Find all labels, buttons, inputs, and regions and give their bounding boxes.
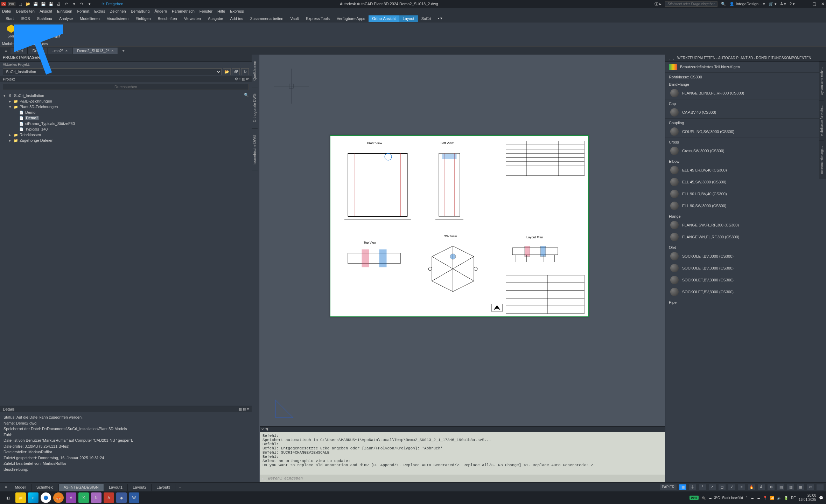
clock-time[interactable]: 20:08 xyxy=(799,493,816,498)
ribbon-tab[interactable]: Ausgabe xyxy=(204,15,226,22)
command-log[interactable]: Befehl: Speichert automatisch in C:\User… xyxy=(260,432,665,475)
project-search-input[interactable] xyxy=(3,84,249,90)
add-tab-icon[interactable]: ＋ xyxy=(119,47,128,54)
menu-item[interactable]: Zeichnen xyxy=(110,9,126,13)
app-icon[interactable]: ◆ xyxy=(116,492,127,503)
ribbon-tab[interactable]: Modellieren xyxy=(76,15,103,22)
cart-icon[interactable]: 🛒 ▾ xyxy=(769,2,777,6)
drawing-canvas[interactable]: Quelldateien Orthogonale DWG Isometrisch… xyxy=(252,55,665,482)
task-view-icon[interactable]: ◧ xyxy=(3,492,13,503)
battery-badge[interactable]: 93% xyxy=(690,496,699,500)
explorer-icon[interactable]: 📁 xyxy=(15,492,26,503)
isolate-icon[interactable]: ▤ xyxy=(777,484,785,490)
word-icon[interactable]: W xyxy=(129,492,139,503)
dropdown-icon[interactable]: ▾ xyxy=(71,1,77,7)
refresh-icon[interactable]: ↻ xyxy=(241,68,249,75)
filter-icon[interactable]: ⚙ xyxy=(235,77,238,81)
module-label[interactable]: ...ces xyxy=(39,42,48,46)
menu-item[interactable]: Parametrisch xyxy=(172,9,195,13)
menu-icon[interactable]: ≡ xyxy=(2,48,10,54)
ribbon-tab[interactable]: Analyse xyxy=(56,15,76,22)
help-icon[interactable]: ? ▾ xyxy=(790,2,795,6)
layout-tab[interactable]: Layout3 xyxy=(152,484,175,491)
file-tab[interactable]: Demo xyxy=(28,48,47,54)
menu-item[interactable]: Hilfe xyxy=(217,9,225,13)
ribbon-tab[interactable]: Beschriften xyxy=(154,15,181,22)
lineweight-icon[interactable]: ≡ xyxy=(738,484,746,490)
palette-item[interactable]: FLANGE SW,FL,RF,300 (CS300) xyxy=(665,219,819,231)
layout-tab[interactable]: Layout2 xyxy=(128,484,152,491)
palette-item[interactable]: ELL 45,SW,3000 (CS300) xyxy=(665,176,819,188)
close-icon[interactable]: ✕ xyxy=(261,427,264,431)
module-label[interactable]: Module 2 xyxy=(2,42,16,46)
saveas-icon[interactable]: 💾 xyxy=(41,1,46,7)
expand-icon[interactable]: ◥ xyxy=(265,427,268,431)
menu-item[interactable]: Format xyxy=(77,9,89,13)
app-icon[interactable]: A xyxy=(66,492,76,503)
autocad-icon[interactable]: A xyxy=(104,492,114,503)
otrack-icon[interactable]: ∠ xyxy=(728,484,736,490)
palette-item[interactable]: FLANGE WN,FL,RF,300 (CS300) xyxy=(665,231,819,243)
vtab-quelldateien[interactable]: Quelldateien xyxy=(252,55,258,87)
saveall-icon[interactable]: 💾 xyxy=(48,1,54,7)
cloud-icon[interactable]: ☁ xyxy=(750,496,754,500)
sync-icon[interactable]: ⟳ xyxy=(246,77,249,81)
ribbon-tab[interactable]: Start xyxy=(2,15,17,22)
annotation-icon[interactable]: A xyxy=(757,484,765,490)
ribbon-tab[interactable]: Vault xyxy=(287,15,302,22)
add-layout-icon[interactable]: ＋ xyxy=(175,483,185,491)
dropdown-icon[interactable]: ▾ xyxy=(87,1,92,7)
ribbon-tab[interactable]: Stahlbau xyxy=(34,15,56,22)
ribbon-tab[interactable]: Visualisieren xyxy=(103,15,132,22)
module-label[interactable]: Module 4 xyxy=(21,42,35,46)
file-tab-active[interactable]: Demo2_SU013_2*× xyxy=(73,48,118,54)
save-icon[interactable]: 💾 xyxy=(33,1,38,7)
view-icon[interactable]: ▦ xyxy=(797,484,804,490)
palette-item[interactable]: SOCKOLET,BV,3000 (CS300) xyxy=(665,250,819,262)
print-icon[interactable]: 🖨 xyxy=(56,1,62,7)
osnap-icon[interactable]: ◻ xyxy=(718,484,726,490)
file-tab[interactable]: Start xyxy=(10,48,27,54)
grip-icon[interactable]: ⋮⋮ xyxy=(668,56,675,60)
palette-item[interactable]: SOCKOLET,BV,3000 (CS300) xyxy=(665,286,819,298)
menu-item[interactable]: Datei xyxy=(2,9,11,13)
ribbon-tab[interactable]: Verwalten xyxy=(181,15,204,22)
ribbon-tab[interactable]: Zusammenarbeiten xyxy=(247,15,287,22)
palette-item[interactable]: FLANGE BLIND,FL,RF,300 (CS300) xyxy=(665,87,819,99)
close-icon[interactable]: × xyxy=(65,49,68,53)
ribbon-sikla-button[interactable]: Sikla xyxy=(2,24,20,38)
ribbon-tab-overflow[interactable]: ▪ ▾ xyxy=(434,15,446,22)
ribbon-tab[interactable]: Verfügbare Apps xyxy=(333,15,369,22)
search-icon[interactable]: 🔍 xyxy=(244,93,249,97)
search-icon[interactable]: 🔍 xyxy=(721,2,726,6)
view-icon[interactable]: ▥ xyxy=(239,407,242,411)
ribbon-tab[interactable]: Add-ins xyxy=(226,15,246,22)
firefox-icon[interactable]: 🦊 xyxy=(53,492,64,503)
battery-icon[interactable]: 🔋 xyxy=(784,496,788,500)
user-icon[interactable]: 👤 IntegaDesign... ▾ xyxy=(729,2,765,6)
palette-item[interactable]: COUPLING,SW,3000 (CS300) xyxy=(665,126,819,138)
menu-item[interactable]: Express xyxy=(230,9,244,13)
vtab-isometrische[interactable]: Isometrische DWG xyxy=(252,129,258,171)
wifi-icon[interactable]: 📶 xyxy=(770,496,774,500)
volume-icon[interactable]: 🔈 xyxy=(777,496,781,500)
menu-item[interactable]: Extras xyxy=(94,9,105,13)
onenote-icon[interactable]: N xyxy=(91,492,102,503)
customize-icon[interactable]: ☰ xyxy=(816,484,824,490)
palette-item[interactable]: ELL 45 LR,BV,40 (CS300) xyxy=(665,164,819,176)
project-tree[interactable]: 🔍 ▾🛢SuCri_Installation ▸📁P&ID-Zeichnunge… xyxy=(0,91,252,406)
hardware-icon[interactable]: ▥ xyxy=(787,484,794,490)
help-search-input[interactable] xyxy=(665,1,718,7)
snap-icon[interactable]: ┼ xyxy=(689,484,696,490)
paper-model-toggle[interactable]: PAPIER xyxy=(659,484,677,490)
autodesk-icon[interactable]: Å ▾ xyxy=(780,2,786,6)
print-icon[interactable]: 🗊 xyxy=(232,68,240,75)
palette-side-tab[interactable]: Instrumentierungs... xyxy=(819,141,824,179)
file-tab[interactable]: ..mo2*× xyxy=(48,48,72,54)
menu-icon[interactable]: ≡ xyxy=(2,484,10,490)
menu-item[interactable]: Ansicht xyxy=(40,9,52,13)
vtab-orthogonale[interactable]: Orthogonale DWG xyxy=(252,87,258,129)
palette-item[interactable]: Cross,SW,3000 (CS300) xyxy=(665,145,819,157)
menu-item[interactable]: Einfügen xyxy=(57,9,72,13)
menu-item[interactable]: Ändern xyxy=(155,9,167,13)
